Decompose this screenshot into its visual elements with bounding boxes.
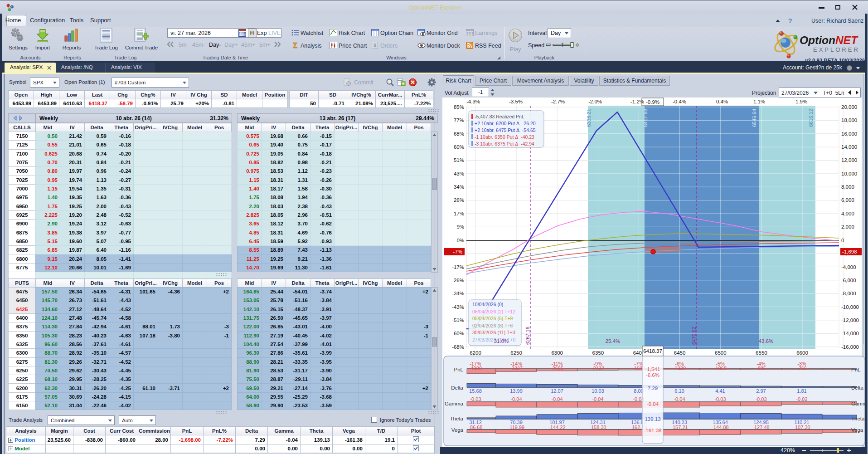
svg-text:-1 10abr. 6350 Put Δ -40.23: -1 10abr. 6350 Put Δ -40.23 bbox=[475, 134, 534, 140]
svg-text:-86.68: -86.68 bbox=[468, 425, 482, 430]
svg-text:10.03: 10.03 bbox=[592, 388, 604, 394]
svg-text:-0.02: -0.02 bbox=[796, 396, 807, 402]
svg-text:6,000: 6,000 bbox=[841, 197, 854, 203]
svg-text:-107.30: -107.30 bbox=[793, 425, 810, 430]
svg-text:-12,000: -12,000 bbox=[841, 317, 859, 323]
svg-text:43%: 43% bbox=[454, 171, 464, 176]
svg-text:-157.21: -157.21 bbox=[671, 425, 688, 430]
svg-text:-0.04: -0.04 bbox=[674, 396, 685, 402]
svg-text:-0.04: -0.04 bbox=[647, 401, 659, 407]
svg-text:-119.99: -119.99 bbox=[508, 425, 525, 430]
svg-text:-766: -766 bbox=[797, 366, 807, 371]
svg-text:08/04/2026 (2) T+12: 08/04/2026 (2) T+12 bbox=[472, 309, 515, 314]
svg-text:-158.30: -158.30 bbox=[589, 425, 606, 430]
svg-text:-2132: -2132 bbox=[592, 366, 604, 371]
svg-text:20,000: 20,000 bbox=[841, 104, 857, 110]
svg-text:05/04/2026 (5) T+9: 05/04/2026 (5) T+9 bbox=[472, 316, 513, 321]
svg-text:2,000: 2,000 bbox=[841, 224, 854, 229]
svg-text:-0.04: -0.04 bbox=[551, 396, 563, 402]
svg-text:-60%: -60% bbox=[452, 331, 464, 336]
svg-text:-1330: -1330 bbox=[673, 366, 686, 371]
svg-text:-144.88: -144.88 bbox=[712, 425, 728, 430]
svg-text:77%: 77% bbox=[454, 117, 464, 123]
svg-text:-10,000: -10,000 bbox=[841, 304, 859, 310]
svg-text:-1,541: -1,541 bbox=[645, 366, 660, 372]
svg-text:12.07: 12.07 bbox=[551, 388, 563, 394]
svg-text:-2.7%: -2.7% bbox=[551, 99, 565, 104]
svg-text:26%: 26% bbox=[454, 197, 464, 203]
svg-text:34%: 34% bbox=[454, 184, 464, 190]
svg-text:-2.0%: -2.0% bbox=[588, 99, 602, 104]
svg-text:51%: 51% bbox=[454, 157, 464, 163]
svg-text:$: $ bbox=[373, 43, 376, 48]
svg-text:6338.21: 6338.21 bbox=[586, 109, 592, 127]
svg-text:6470.62: 6470.62 bbox=[691, 327, 697, 345]
svg-text:17%: 17% bbox=[454, 211, 464, 216]
svg-text:4.41: 4.41 bbox=[715, 388, 725, 394]
svg-text:43.6%: 43.6% bbox=[759, 338, 774, 344]
svg-text:13.99: 13.99 bbox=[510, 388, 523, 394]
svg-text:16,000: 16,000 bbox=[841, 131, 857, 137]
svg-text:-0.04: -0.04 bbox=[510, 396, 522, 402]
svg-text:85%: 85% bbox=[454, 104, 464, 110]
svg-text:-0.03: -0.03 bbox=[470, 396, 481, 402]
svg-text:8.00: 8.00 bbox=[634, 388, 643, 394]
svg-text:31.0%: 31.0% bbox=[494, 338, 509, 344]
svg-text:139.13: 139.13 bbox=[645, 416, 660, 422]
svg-text:-0.03: -0.03 bbox=[714, 396, 726, 402]
svg-text:1.1%: 1.1% bbox=[753, 99, 765, 104]
svg-text:-0.4%: -0.4% bbox=[673, 99, 686, 104]
svg-text:-3.5%: -3.5% bbox=[509, 99, 523, 104]
svg-text:PnL: PnL bbox=[454, 367, 464, 372]
svg-text:6267.16: 6267.16 bbox=[525, 327, 530, 345]
svg-text:Theta: Theta bbox=[450, 416, 464, 421]
svg-text:+2 10abr. 6200 Put Δ -26.20: +2 10abr. 6200 Put Δ -26.20 bbox=[475, 121, 536, 126]
svg-text:-34%: -34% bbox=[452, 291, 464, 296]
svg-text:-26%: -26% bbox=[452, 278, 464, 283]
svg-text:Σ: Σ bbox=[293, 42, 298, 49]
svg-text:10,000: 10,000 bbox=[841, 171, 857, 176]
svg-text:-6,000: -6,000 bbox=[841, 278, 856, 283]
svg-text:Vega: Vega bbox=[851, 427, 863, 433]
svg-text:Gamma: Gamma bbox=[851, 401, 865, 406]
svg-text:-51%: -51% bbox=[452, 317, 464, 323]
svg-text:Delta: Delta bbox=[851, 385, 863, 391]
svg-text:2.97: 2.97 bbox=[756, 388, 766, 394]
svg-text:18,000: 18,000 bbox=[841, 117, 857, 123]
svg-text:-0.04: -0.04 bbox=[592, 396, 603, 402]
svg-text:-144.22: -144.22 bbox=[548, 425, 565, 430]
svg-text:-4080: -4080 bbox=[469, 366, 482, 371]
svg-text:+2 10abr. 6475 Put Δ -54.65: +2 10abr. 6475 Put Δ -54.65 bbox=[475, 127, 536, 133]
svg-text:6418.37: 6418.37 bbox=[643, 348, 662, 354]
svg-text:6546.64: 6546.64 bbox=[752, 109, 757, 127]
svg-text:6407.68: 6407.68 bbox=[643, 109, 648, 127]
svg-text:10/04/2026 (0): 10/04/2026 (0) bbox=[472, 302, 503, 307]
svg-text:6616.12: 6616.12 bbox=[808, 109, 814, 127]
svg-text:0.4%: 0.4% bbox=[716, 99, 728, 104]
svg-text:-2685: -2685 bbox=[551, 366, 563, 371]
svg-text:12,000: 12,000 bbox=[841, 157, 857, 163]
svg-text:1.81: 1.81 bbox=[797, 388, 806, 394]
svg-text:-885: -885 bbox=[756, 366, 766, 371]
svg-text:-17%: -17% bbox=[452, 264, 464, 270]
svg-text:-0.9%: -0.9% bbox=[646, 99, 659, 105]
svg-text:-161.38: -161.38 bbox=[644, 428, 661, 433]
svg-text:-14,000: -14,000 bbox=[841, 331, 859, 336]
svg-text:8,000: 8,000 bbox=[841, 184, 854, 190]
svg-text:PnL: PnL bbox=[851, 367, 861, 372]
svg-text:14,000: 14,000 bbox=[841, 144, 857, 150]
svg-text:-4.3%: -4.3% bbox=[466, 99, 480, 104]
svg-text:Vega: Vega bbox=[451, 427, 464, 433]
svg-text:-43%: -43% bbox=[452, 304, 464, 310]
svg-text:-0.03: -0.03 bbox=[755, 396, 766, 402]
svg-text:1.9%: 1.9% bbox=[795, 99, 807, 104]
svg-text:-6.6%: -6.6% bbox=[646, 372, 659, 378]
svg-text:0: 0 bbox=[841, 238, 844, 243]
svg-text:-3 10abr. 6375 Put Δ -42.94: -3 10abr. 6375 Put Δ -42.94 bbox=[475, 141, 534, 146]
svg-text:-4,000: -4,000 bbox=[841, 264, 856, 270]
svg-text:-7%: -7% bbox=[453, 249, 462, 254]
svg-text:-5,407.83 Realized PnL: -5,407.83 Realized PnL bbox=[475, 114, 524, 119]
svg-text:-127.48: -127.48 bbox=[752, 425, 769, 430]
svg-text:Theta: Theta bbox=[851, 416, 865, 421]
svg-text:25.4%: 25.4% bbox=[606, 338, 621, 344]
